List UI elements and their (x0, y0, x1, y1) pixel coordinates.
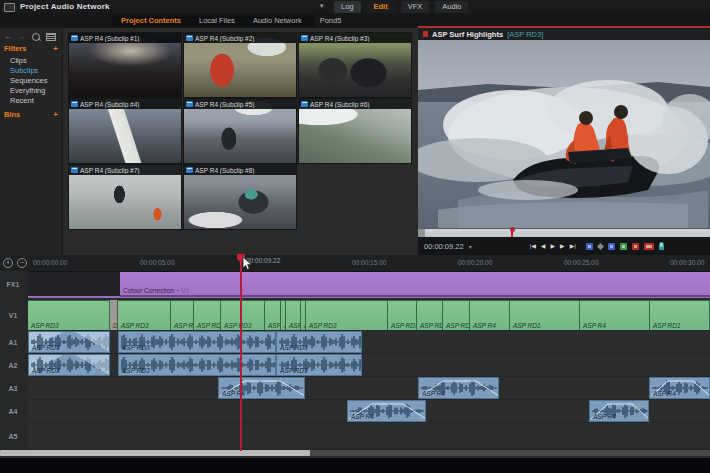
search-icon[interactable] (32, 33, 40, 41)
clip-label: ASP RD3 (391, 322, 417, 329)
clip-label: ASP RD3 (32, 344, 60, 351)
source-b-button[interactable] (608, 243, 615, 250)
list-view-icon[interactable] (46, 33, 56, 41)
track-label-v1[interactable]: V1 (0, 312, 26, 319)
go-to-start-button[interactable]: |◀ (530, 242, 536, 250)
track-label-a1[interactable]: A1 (0, 339, 26, 346)
link-diamond[interactable] (597, 242, 604, 249)
sidebar-item-recent[interactable]: Recent (10, 96, 60, 106)
go-to-end-button[interactable]: ▶| (570, 242, 576, 250)
audio-clip[interactable]: ASP RD3 (28, 354, 110, 376)
subclip-tile[interactable]: ASP R4 (Subclip #4) (68, 98, 182, 164)
timeline-ruler[interactable]: + − 00:00:00.0000:00:05.0000:00:15.0000:… (0, 255, 710, 272)
audio-clip[interactable]: ASP RD3 (28, 331, 110, 353)
clip-label: ASP RD3 (224, 322, 252, 329)
back-arrow-icon[interactable]: ← (4, 32, 12, 41)
mark-button[interactable] (632, 243, 639, 250)
preview-monitor: ASP Surf Highlights [ASP RD3] (418, 26, 710, 255)
track-label-a3[interactable]: A3 (0, 385, 26, 392)
tab-project-contents[interactable]: Project Contents (112, 16, 190, 25)
filter-items: Clips Subclips Sequences Everything Rece… (10, 56, 60, 106)
tab-vfx[interactable]: VFX (401, 1, 430, 13)
subclip-tile[interactable]: ASP R4 (Subclip #3) (298, 32, 412, 98)
timecode-caret-icon[interactable]: ▾ (469, 243, 472, 250)
video-clip[interactable]: D (110, 300, 118, 330)
scrollbar-thumb[interactable] (0, 450, 310, 456)
sidebar-item-everything[interactable]: Everything (10, 86, 60, 96)
sidebar-item-sequences[interactable]: Sequences (10, 76, 60, 86)
video-clip[interactable]: ASP RD3 (443, 300, 470, 330)
subclip-tile[interactable]: ASP R4 (Subclip #6) (298, 98, 412, 164)
sidebar-item-subclips[interactable]: Subclips (10, 66, 60, 76)
track-label-a5[interactable]: A5 (0, 433, 26, 440)
video-clip[interactable]: ASP RD3 (28, 300, 110, 330)
project-dropdown-caret-icon[interactable]: ▾ (320, 2, 324, 10)
audio-clip[interactable]: ASP R4 (589, 400, 649, 422)
subclip-tile[interactable]: ASP R4 (Subclip #8) (183, 164, 297, 230)
audio-clip[interactable]: ASP R4 (347, 400, 426, 422)
track-label-fx1[interactable]: FX1 (0, 281, 26, 288)
track-label-a2[interactable]: A2 (0, 362, 26, 369)
tab-local-files[interactable]: Local Files (190, 16, 244, 25)
audio-clip[interactable]: ASP RD3 (118, 354, 276, 376)
step-back-button[interactable]: ◀ (541, 242, 546, 250)
step-forward-button[interactable]: ▶ (560, 242, 565, 250)
video-clip[interactable]: ASP RD3 (388, 300, 417, 330)
subclip-label: ASP R4 (Subclip #6) (310, 101, 370, 108)
audio-clip[interactable]: ASP RD3 (276, 331, 362, 353)
clip-label: ASP R (289, 322, 301, 329)
clip-label: ASP R4 (593, 413, 616, 420)
video-clip[interactable]: ASP RD1 (510, 300, 580, 330)
track-label-a4[interactable]: A4 (0, 408, 26, 415)
audio-clip[interactable]: ASP RD3 (118, 331, 276, 353)
video-clip[interactable]: ASP R4 (470, 300, 510, 330)
video-clip[interactable]: ASP (265, 300, 281, 330)
audio-clip[interactable]: ASP R4 (418, 377, 499, 399)
audio-clip[interactable]: ASP R4 (218, 377, 305, 399)
tab-audio-network[interactable]: Audio Network (244, 16, 311, 25)
bins-section-header: Bins + (4, 110, 58, 119)
tab-log[interactable]: Log (334, 1, 361, 13)
video-clip[interactable]: ASP RD3 (221, 300, 265, 330)
video-clip[interactable]: ASP R (286, 300, 301, 330)
tab-audio[interactable]: Audio (435, 1, 468, 13)
timeline-horizontal-scrollbar[interactable] (0, 450, 710, 456)
zoom-in-icon[interactable]: + (3, 258, 13, 268)
timeline-playhead[interactable]: 00:00:09.22 (240, 255, 242, 451)
subclip-label: ASP R4 (Subclip #8) (195, 167, 255, 174)
add-bin-button[interactable]: + (53, 110, 58, 119)
subclip-tile[interactable]: ASP R4 (Subclip #2) (183, 32, 297, 98)
add-filter-button[interactable]: + (53, 44, 58, 53)
video-clip[interactable]: ASP RD3 (417, 300, 443, 330)
voiceover-mic-button[interactable] (659, 242, 664, 250)
subclip-tile[interactable]: ASP R4 (Subclip #1) (68, 32, 182, 98)
audio-clip[interactable]: ASP RD3 (276, 354, 362, 376)
effect-clip[interactable]: Colour Correction + V1 (120, 272, 710, 297)
audio-clip[interactable]: ASP R4 (649, 377, 710, 399)
video-clip[interactable]: ASP RD3 (194, 300, 221, 330)
filters-label: Filters (4, 44, 27, 53)
track-lane-a3[interactable] (28, 377, 710, 400)
track-lane-a5[interactable] (28, 423, 710, 450)
tab-edit[interactable]: Edit (367, 1, 395, 13)
clip-label: ASP RD3 (197, 322, 221, 329)
zoom-out-icon[interactable]: − (17, 258, 27, 268)
sidebar-item-clips[interactable]: Clips (10, 56, 60, 66)
remove-button[interactable] (644, 243, 654, 250)
monitor-scrub-bar[interactable] (418, 228, 710, 237)
tab-pond5[interactable]: Pond5 (311, 16, 351, 25)
video-clip[interactable]: ASP R4 (580, 300, 650, 330)
clip-label: ASP RD3 (122, 367, 150, 374)
forward-arrow-icon[interactable]: → (18, 32, 26, 41)
video-clip[interactable]: ASP RD1 (650, 300, 710, 330)
source-a-button[interactable] (586, 243, 593, 250)
subclip-tile[interactable]: ASP R4 (Subclip #7) (68, 164, 182, 230)
subclip-tile[interactable]: ASP R4 (Subclip #5) (183, 98, 297, 164)
clip-label: D (113, 322, 118, 329)
video-clip[interactable]: ASP RD3 (171, 300, 194, 330)
video-clip[interactable]: ASP RD3 (118, 300, 171, 330)
video-clip[interactable]: ASP RD3 (306, 300, 388, 330)
video-viewer[interactable] (418, 40, 710, 228)
play-button[interactable]: ▶ (550, 242, 555, 250)
sync-button[interactable] (620, 243, 627, 250)
